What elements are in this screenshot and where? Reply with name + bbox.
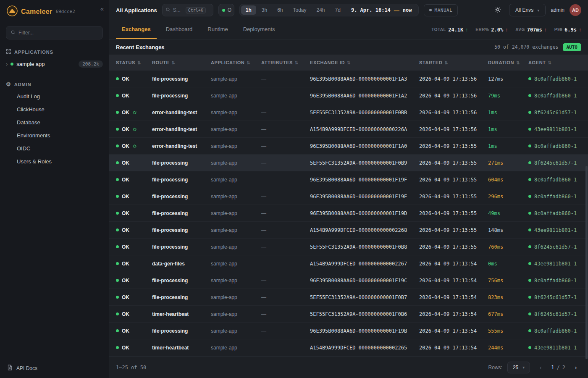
table-row[interactable]: OK timer-heartbeat sample-app — A154B9A9… (109, 339, 588, 356)
column-header-route[interactable]: ROUTE⇅ (152, 60, 211, 65)
agent-cell: 8c0affadb860-1 (528, 328, 581, 334)
column-header-status[interactable]: STATUS⇅ (116, 60, 152, 65)
application-cell: sample-app (211, 76, 261, 82)
status-cell: OK (116, 177, 152, 183)
route-cell: error-handling-test (152, 110, 211, 116)
agent-cell: 8f6245c61d57-1 (528, 294, 581, 300)
table-row[interactable]: OK file-processing sample-app — 96E395B0… (109, 272, 588, 289)
sidebar-item-clickhouse[interactable]: ClickHouse (0, 103, 109, 116)
sidebar-item-audit-log[interactable]: Audit Log (0, 90, 109, 103)
time-range-today[interactable]: Today (288, 5, 311, 15)
application-cell: sample-app (211, 328, 261, 334)
range-separator: — (394, 7, 399, 13)
agent-cell: 8c0affadb860-1 (528, 143, 581, 149)
column-header-attributes[interactable]: ATTRIBUTES⇅ (261, 60, 310, 65)
status-ok-dot (116, 245, 119, 248)
attributes-cell: — (261, 278, 310, 284)
application-cell: sample-app (211, 177, 261, 183)
agent-cell: 8f6245c61d57-1 (528, 311, 581, 317)
table-row[interactable]: OK error-handling-test sample-app — 96E3… (109, 138, 588, 155)
route-cell: file-processing (152, 328, 211, 334)
time-range-24h[interactable]: 24h (312, 5, 330, 15)
sidebar-item-oidc[interactable]: OIDC (0, 142, 109, 155)
theme-toggle-button[interactable] (491, 4, 504, 16)
api-docs-label: API Docs (16, 365, 37, 371)
sidebar-item-environments[interactable]: Environments (0, 129, 109, 142)
application-cell: sample-app (211, 93, 261, 99)
column-header-agent[interactable]: AGENT⇅ (528, 60, 581, 65)
table-row[interactable]: OK data-gen-files sample-app — A154B9A99… (109, 255, 588, 272)
table-row[interactable]: OK file-processing sample-app — 96E395B0… (109, 71, 588, 87)
route-cell: file-processing (152, 160, 211, 166)
column-header-application[interactable]: APPLICATION⇅ (211, 60, 261, 65)
global-search[interactable]: Ctrl+K (162, 4, 213, 16)
agent-cell: 8f6245c61d57-1 (528, 244, 581, 250)
auto-refresh-badge[interactable]: AUTO (563, 43, 582, 51)
search-input[interactable] (173, 7, 183, 13)
errors-only-label: O (228, 7, 231, 13)
prev-page-button[interactable]: ‹ (535, 362, 546, 373)
agent-cell: 43ee9811b801-1 (528, 126, 581, 132)
duration-cell: 555ms (488, 328, 528, 334)
time-range-7d[interactable]: 7d (331, 5, 345, 15)
filter-input[interactable] (18, 30, 98, 36)
status-cell: OK (116, 210, 152, 216)
sidebar-collapse-icon[interactable]: « (100, 5, 104, 12)
table-row[interactable]: OK file-processing sample-app — 5EF55FC3… (109, 289, 588, 306)
application-cell: sample-app (211, 110, 261, 116)
section-title: Recent Exchanges (116, 44, 165, 50)
table-row[interactable]: OK file-processing sample-app — 96E395B0… (109, 323, 588, 339)
time-range-display[interactable]: 9. Apr. 16:14 — now (346, 7, 417, 13)
table-row[interactable]: OK file-processing sample-app — 96E395B0… (109, 205, 588, 222)
table-row[interactable]: OK file-processing sample-app — A154B9A9… (109, 222, 588, 239)
time-range-3h[interactable]: 3h (257, 5, 272, 15)
application-cell: sample-app (211, 126, 261, 132)
instance-id: 69dcce2 (55, 9, 75, 14)
column-header-started[interactable]: STARTED⇅ (419, 60, 488, 65)
column-header-exchange-id[interactable]: EXCHANGE ID⇅ (310, 60, 419, 65)
application-cell: sample-app (211, 294, 261, 300)
avatar[interactable]: AD (570, 4, 581, 16)
sidebar-item-users-roles[interactable]: Users & Roles (0, 155, 109, 168)
tab-deployments[interactable]: Deployments (237, 20, 281, 39)
table-scrollbar[interactable] (585, 166, 588, 359)
next-page-button[interactable]: › (570, 362, 581, 373)
table-row[interactable]: OK file-processing sample-app — 96E395B0… (109, 188, 588, 205)
started-cell: 2026-04-09 17:13:56 (419, 76, 488, 82)
exchange-id-cell: 5EF55FC31352A9A-000000000001F0B8 (310, 244, 419, 250)
started-cell: 2026-04-09 17:13:55 (419, 143, 488, 149)
tab-exchanges[interactable]: Exchanges (116, 20, 157, 39)
duration-cell: 756ms (488, 278, 528, 284)
errors-only-toggle[interactable]: O (218, 4, 234, 16)
table-row[interactable]: OK file-processing sample-app — 5EF55FC3… (109, 155, 588, 171)
column-header-duration[interactable]: DURATION⇅ (488, 60, 528, 65)
sidebar-filter[interactable] (6, 26, 103, 39)
table-row[interactable]: OK timer-heartbeat sample-app — 5EF55FC3… (109, 306, 588, 323)
sidebar-item-database[interactable]: Database (0, 116, 109, 129)
status-ok-dot (116, 144, 119, 147)
stat-total: TOTAL 24.1K ↑ (431, 27, 468, 33)
table-row[interactable]: OK error-handling-test sample-app — A154… (109, 121, 588, 138)
environment-select[interactable]: All Envs ▾ (509, 4, 546, 16)
api-docs-link[interactable]: API Docs (0, 358, 109, 378)
manual-status-dot (429, 9, 432, 11)
table-row[interactable]: OK file-processing sample-app — 96E395B0… (109, 87, 588, 104)
trend-up-icon: ↑ (544, 27, 547, 33)
time-range-6h[interactable]: 6h (273, 5, 287, 15)
table-row[interactable]: OK file-processing sample-app — 5EF55FC3… (109, 239, 588, 255)
table-row[interactable]: OK file-processing sample-app — 96E395B0… (109, 171, 588, 188)
sort-icon: ⇅ (247, 60, 250, 65)
stat-p99: P99 6.9s ↑ (554, 27, 581, 33)
tab-dashboard[interactable]: Dashboard (160, 20, 199, 39)
manual-refresh-button[interactable]: MANUAL (424, 4, 458, 16)
table-row[interactable]: OK error-handling-test sample-app — 5EF5… (109, 104, 588, 121)
tab-runtime[interactable]: Runtime (202, 20, 234, 39)
sidebar-item-sample-app[interactable]: › sample app 208.2k (0, 58, 109, 71)
exchange-table-body: OK file-processing sample-app — 96E395B0… (109, 71, 588, 356)
cameleer-logo-icon (7, 5, 18, 18)
status-cell: OK (116, 76, 152, 82)
attributes-cell: — (261, 126, 310, 132)
rows-per-page-select[interactable]: 25 ▾ (507, 362, 530, 373)
time-range-1h[interactable]: 1h (241, 5, 256, 15)
exchange-id-cell: A154B9A999DFCED-000000000000226A (310, 126, 419, 132)
